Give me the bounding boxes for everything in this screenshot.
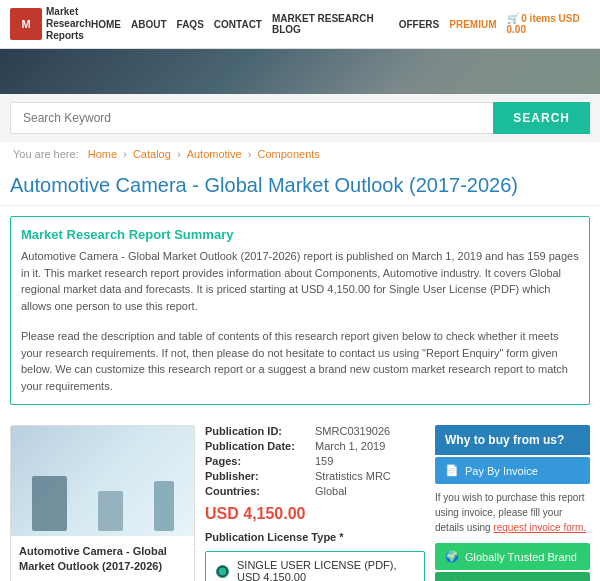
license-type-label: Publication License Type * bbox=[205, 531, 425, 543]
nav-premium[interactable]: PREMIUM bbox=[449, 19, 496, 30]
license-options: SINGLE USER LICENSE (PDF), USD 4,150.00 … bbox=[205, 551, 425, 581]
nav-home[interactable]: HOME bbox=[91, 19, 121, 30]
pub-countries-val: Global bbox=[315, 485, 347, 497]
img-shape2 bbox=[98, 491, 123, 531]
pub-publisher-val: Stratistics MRC bbox=[315, 470, 391, 482]
license-label-1: SINGLE USER LICENSE (PDF), USD 4,150.00 bbox=[237, 559, 414, 581]
pub-details: Publication ID: SMRC0319026 Publication … bbox=[205, 425, 425, 497]
invoice-description: If you wish to purchase this report usin… bbox=[435, 484, 590, 541]
nav-bar: HOME ABOUT FAQS CONTACT MARKET RESEARCH … bbox=[91, 13, 590, 35]
summary-title: Market Research Report Summary bbox=[21, 227, 579, 242]
secure-checkout-option[interactable]: 🛒 Secure Checkout bbox=[435, 572, 590, 581]
nav-about[interactable]: ABOUT bbox=[131, 19, 167, 30]
summary-box: Market Research Report Summary Automotiv… bbox=[10, 216, 590, 405]
license-radio-1[interactable] bbox=[216, 565, 229, 578]
why-buy-title: Why to buy from us? bbox=[435, 425, 590, 455]
summary-text1: Automotive Camera - Global Market Outloo… bbox=[21, 248, 579, 314]
pub-pages-label: Pages: bbox=[205, 455, 315, 467]
search-button[interactable]: SEARCH bbox=[493, 102, 590, 134]
summary-text2: Please read the description and table of… bbox=[21, 328, 579, 394]
product-card: Automotive Camera - Global Market Outloo… bbox=[10, 425, 195, 581]
globally-trusted-option[interactable]: 🌍 Globally Trusted Brand bbox=[435, 543, 590, 570]
nav-faqs[interactable]: FAQS bbox=[177, 19, 204, 30]
pay-by-invoice-label: Pay By Invoice bbox=[465, 465, 538, 477]
pay-by-invoice-option[interactable]: 📄 Pay By Invoice bbox=[435, 457, 590, 484]
trusted-icon: 🌍 bbox=[445, 550, 459, 563]
page-title: Automotive Camera - Global Market Outloo… bbox=[0, 166, 600, 206]
header: M Market Research Reports HOME ABOUT FAQ… bbox=[0, 0, 600, 49]
nav-contact[interactable]: CONTACT bbox=[214, 19, 262, 30]
pub-countries-label: Countries: bbox=[205, 485, 315, 497]
product-label: Automotive Camera - Global Market Outloo… bbox=[11, 536, 194, 581]
breadcrumb: You are here: Home › Catalog › Automotiv… bbox=[0, 142, 600, 166]
logo: M Market Research Reports bbox=[10, 6, 91, 42]
price-display: USD 4,150.00 bbox=[205, 505, 425, 523]
logo-text: Market Research Reports bbox=[46, 6, 91, 42]
pub-id-val: SMRC0319026 bbox=[315, 425, 390, 437]
pub-date-label: Publication Date: bbox=[205, 440, 315, 452]
search-bar: SEARCH bbox=[0, 94, 600, 142]
breadcrumb-catalog[interactable]: Catalog bbox=[133, 148, 171, 160]
right-column: Why to buy from us? 📄 Pay By Invoice If … bbox=[435, 425, 590, 581]
pub-date-val: March 1, 2019 bbox=[315, 440, 385, 452]
left-column: Automotive Camera - Global Market Outloo… bbox=[10, 425, 195, 581]
nav-offers[interactable]: OFFERS bbox=[399, 19, 440, 30]
img-shape1 bbox=[32, 476, 67, 531]
pub-id-label: Publication ID: bbox=[205, 425, 315, 437]
hero-banner bbox=[0, 49, 600, 94]
invoice-icon: 📄 bbox=[445, 464, 459, 477]
breadcrumb-sep2: › bbox=[177, 148, 184, 160]
breadcrumb-sep3: › bbox=[248, 148, 255, 160]
breadcrumb-prefix: You are here: bbox=[13, 148, 79, 160]
request-invoice-link[interactable]: request invoice form. bbox=[493, 522, 586, 533]
globally-trusted-label: Globally Trusted Brand bbox=[465, 551, 577, 563]
breadcrumb-home[interactable]: Home bbox=[88, 148, 117, 160]
logo-icon: M bbox=[10, 8, 42, 40]
search-input[interactable] bbox=[10, 102, 493, 134]
cart-info[interactable]: 🛒 0 items USD 0.00 bbox=[507, 13, 591, 35]
breadcrumb-sep1: › bbox=[123, 148, 130, 160]
license-option-1[interactable]: SINGLE USER LICENSE (PDF), USD 4,150.00 bbox=[205, 551, 425, 581]
product-image bbox=[11, 426, 194, 536]
mid-column: Publication ID: SMRC0319026 Publication … bbox=[205, 425, 425, 581]
pub-publisher-label: Publisher: bbox=[205, 470, 315, 482]
breadcrumb-components[interactable]: Components bbox=[257, 148, 319, 160]
pub-pages-val: 159 bbox=[315, 455, 333, 467]
nav-blog[interactable]: MARKET RESEARCH BLOG bbox=[272, 13, 389, 35]
img-lamp bbox=[154, 481, 174, 531]
breadcrumb-automotive[interactable]: Automotive bbox=[187, 148, 242, 160]
main-content: Automotive Camera - Global Market Outloo… bbox=[0, 415, 600, 581]
